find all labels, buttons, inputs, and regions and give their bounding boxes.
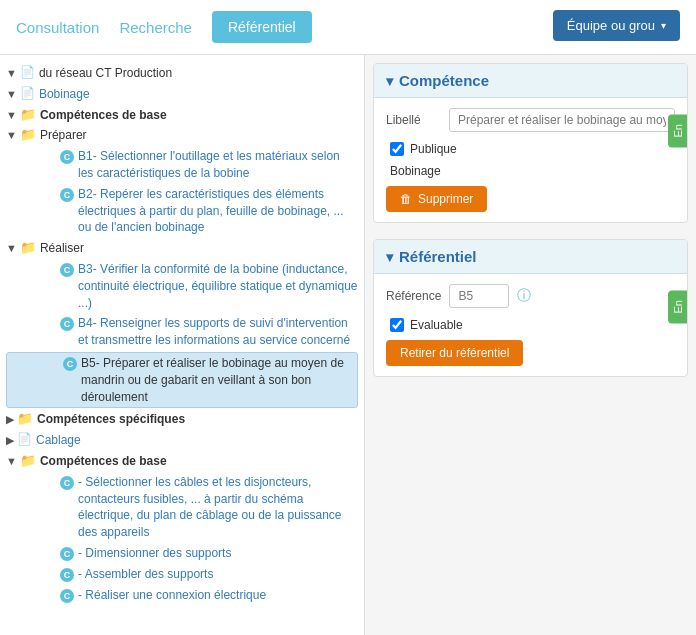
preparer-item: ▼ 📁 Préparer: [4, 125, 360, 146]
realiser-item: ▼ 📁 Réaliser: [4, 238, 360, 259]
bobinage-item: ▼ 📄 Bobinage: [4, 84, 360, 105]
c1-badge: C: [60, 476, 74, 490]
supprimer-label: Supprimer: [418, 192, 473, 206]
c3-item: C - Assembler des supports: [4, 564, 360, 585]
c2-item: C - Dimensionner des supports: [4, 543, 360, 564]
publique-row: Publique: [386, 142, 675, 156]
b3-item: C B3- Vérifier la conformité de la bobin…: [4, 259, 360, 313]
bobinage-toggle[interactable]: ▼: [6, 88, 17, 100]
evaluable-row: Evaluable: [386, 318, 675, 332]
top-navigation: Consultation Recherche Référentiel Équip…: [0, 0, 696, 55]
b5-item[interactable]: C B5- Préparer et réaliser le bobinage a…: [6, 352, 358, 408]
tree-panel: ▼ 📄 du réseau CT Production ▼ 📄 Bobinage…: [0, 55, 365, 635]
b3-badge: C: [60, 263, 74, 277]
referentiel-title: Référentiel: [399, 248, 477, 265]
right-panel: ▾ Compétence Libellé Publique Bobinage: [365, 55, 696, 635]
preparer-label[interactable]: Préparer: [40, 127, 87, 144]
b4-item: C B4- Renseigner les supports de suivi d…: [4, 313, 360, 351]
referentiel-chevron-icon: ▾: [386, 249, 393, 265]
retirer-button[interactable]: Retirer du référentiel: [386, 340, 523, 366]
b5-label: B5- Préparer et réaliser le bobinage au …: [81, 355, 355, 405]
libelle-label: Libellé: [386, 113, 441, 127]
recherche-link[interactable]: Recherche: [119, 19, 192, 36]
competences-specifiques-item: ▶ 📁 Compétences spécifiques: [4, 409, 360, 430]
b5-badge: C: [63, 357, 77, 371]
referentiel-enregistrer-button[interactable]: En: [668, 290, 688, 323]
b4-badge: C: [60, 317, 74, 331]
competence-enregistrer-button[interactable]: En: [668, 114, 688, 147]
competences-base-label: Compétences de base: [40, 107, 167, 124]
b1-label[interactable]: B1- Sélectionner l'outillage et les maté…: [78, 148, 358, 182]
publique-checkbox[interactable]: [390, 142, 404, 156]
competences-specifiques-label: Compétences spécifiques: [37, 411, 185, 428]
libelle-row: Libellé: [386, 108, 675, 132]
preparer-toggle[interactable]: ▼: [6, 129, 17, 141]
c3-label[interactable]: - Assembler des supports: [78, 566, 213, 583]
reference-row: Référence ⓘ: [386, 284, 675, 308]
competence-section: ▾ Compétence Libellé Publique Bobinage: [373, 63, 688, 223]
root-toggle[interactable]: ▼: [6, 67, 17, 79]
b3-label[interactable]: B3- Vérifier la conformité de la bobine …: [78, 261, 358, 311]
evaluable-checkbox[interactable]: [390, 318, 404, 332]
referentiel-body: Référence ⓘ Evaluable Retirer du référen…: [374, 274, 687, 376]
b2-item: C B2- Repérer les caractéristiques des é…: [4, 184, 360, 238]
bobinage-tag: Bobinage: [386, 164, 675, 178]
competences-specifiques-folder-icon: 📁: [17, 411, 33, 426]
competence-chevron-icon: ▾: [386, 73, 393, 89]
reference-input[interactable]: [449, 284, 509, 308]
caret-icon: ▾: [661, 20, 666, 31]
b2-badge: C: [60, 188, 74, 202]
competences-base-toggle[interactable]: ▼: [6, 109, 17, 121]
competences-specifiques-toggle[interactable]: ▶: [6, 413, 14, 426]
evaluable-label: Evaluable: [410, 318, 463, 332]
realiser-toggle[interactable]: ▼: [6, 242, 17, 254]
competence-title-bar: ▾ Compétence: [374, 64, 687, 98]
retirer-label: Retirer du référentiel: [400, 346, 509, 360]
c4-badge: C: [60, 589, 74, 603]
cablage-label[interactable]: Cablage: [36, 432, 81, 449]
publique-label: Publique: [410, 142, 457, 156]
preparer-folder-icon: 📁: [20, 127, 36, 142]
referentiel-title-bar: ▾ Référentiel: [374, 240, 687, 274]
cablage-toggle[interactable]: ▶: [6, 434, 14, 447]
competences-base2-toggle[interactable]: ▼: [6, 455, 17, 467]
c1-item: C - Sélectionner les câbles et les disjo…: [4, 472, 360, 543]
main-layout: ▼ 📄 du réseau CT Production ▼ 📄 Bobinage…: [0, 55, 696, 635]
competences-base-folder-icon: 📁: [20, 107, 36, 122]
realiser-label[interactable]: Réaliser: [40, 240, 84, 257]
referentiel-section: ▾ Référentiel Référence ⓘ Evaluable Reti…: [373, 239, 688, 377]
reference-label: Référence: [386, 289, 441, 303]
bobinage-label[interactable]: Bobinage: [39, 86, 90, 103]
cablage-doc-icon: 📄: [17, 432, 32, 446]
bobinage-doc-icon: 📄: [20, 86, 35, 100]
c4-label[interactable]: - Réaliser une connexion électrique: [78, 587, 266, 604]
libelle-input[interactable]: [449, 108, 675, 132]
competences-base2-item: ▼ 📁 Compétences de base: [4, 451, 360, 472]
b1-badge: C: [60, 150, 74, 164]
equipe-button[interactable]: Équipe ou grou ▾: [553, 10, 680, 41]
root-doc-icon: 📄: [20, 65, 35, 79]
b1-item: C B1- Sélectionner l'outillage et les ma…: [4, 146, 360, 184]
c4-item: C - Réaliser une connexion électrique: [4, 585, 360, 606]
trash-icon: 🗑: [400, 192, 412, 206]
supprimer-button[interactable]: 🗑 Supprimer: [386, 186, 487, 212]
competences-base2-label: Compétences de base: [40, 453, 167, 470]
root-label: du réseau CT Production: [39, 65, 172, 82]
competences-base2-folder-icon: 📁: [20, 453, 36, 468]
c3-badge: C: [60, 568, 74, 582]
competence-title: Compétence: [399, 72, 489, 89]
b4-label[interactable]: B4- Renseigner les supports de suivi d'i…: [78, 315, 358, 349]
equipe-label: Équipe ou grou: [567, 18, 655, 33]
realiser-folder-icon: 📁: [20, 240, 36, 255]
consultation-link[interactable]: Consultation: [16, 19, 99, 36]
cablage-item: ▶ 📄 Cablage: [4, 430, 360, 451]
tree-root-item: ▼ 📄 du réseau CT Production: [4, 63, 360, 84]
competences-base-item: ▼ 📁 Compétences de base: [4, 105, 360, 126]
info-icon[interactable]: ⓘ: [517, 287, 531, 305]
c2-badge: C: [60, 547, 74, 561]
c1-label[interactable]: - Sélectionner les câbles et les disjonc…: [78, 474, 358, 541]
b2-label[interactable]: B2- Repérer les caractéristiques des élé…: [78, 186, 358, 236]
competence-body: Libellé Publique Bobinage 🗑 Supprimer: [374, 98, 687, 222]
referentiel-button[interactable]: Référentiel: [212, 11, 312, 43]
c2-label[interactable]: - Dimensionner des supports: [78, 545, 231, 562]
